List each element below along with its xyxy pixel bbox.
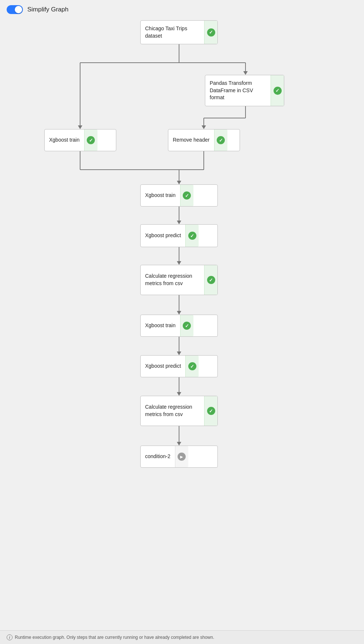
check-cr2: ✓ — [207, 407, 215, 415]
svg-marker-29 — [177, 181, 181, 184]
svg-marker-31 — [177, 221, 181, 224]
node-condition-2-abs[interactable]: condition-2 ▶ — [140, 446, 218, 468]
node-chicago-abs-label: Chicago Taxi Trips dataset — [141, 21, 204, 44]
node-xgb-train-2-abs-status: ✓ — [180, 185, 193, 206]
check-xgb-t2: ✓ — [183, 191, 191, 200]
node-remove-header-abs[interactable]: Remove header ✓ — [168, 129, 240, 151]
node-xgb-train-2-abs-label: Xgboost train — [141, 185, 180, 206]
svg-marker-16 — [78, 125, 82, 129]
node-calc-reg-2-abs-status: ✓ — [204, 396, 217, 426]
check-chicago: ✓ — [207, 28, 215, 37]
svg-marker-37 — [177, 352, 181, 355]
node-xgb-train-3-abs[interactable]: Xgboost train ✓ — [140, 315, 218, 337]
node-calc-reg-2-abs[interactable]: Calculate regression metrics from csv ✓ — [140, 396, 218, 426]
check-xgb-p2: ✓ — [188, 362, 196, 370]
check-xgb-t3: ✓ — [183, 322, 191, 330]
node-xgb-train-2-abs[interactable]: Xgboost train ✓ — [140, 184, 218, 207]
simplify-graph-toggle[interactable] — [7, 5, 23, 14]
footer-info-icon: i — [7, 634, 13, 640]
node-xgb-train-3-abs-status: ✓ — [180, 315, 193, 336]
node-calc-reg-1-abs-label: Calculate regression metrics from csv — [141, 265, 204, 295]
header: Simplify Graph — [0, 0, 364, 19]
node-condition-2-abs-status: ▶ — [175, 446, 188, 467]
node-xgb-pred-2-abs[interactable]: Xgboost predict ✓ — [140, 355, 218, 377]
svg-marker-23 — [202, 125, 206, 129]
header-label: Simplify Graph — [27, 6, 68, 13]
node-calc-reg-1-abs-status: ✓ — [204, 265, 217, 295]
node-xgb-train-1-abs-status: ✓ — [84, 129, 97, 151]
node-remove-header-abs-label: Remove header — [168, 129, 214, 151]
node-pandas-abs-label: Pandas Transform DataFrame in CSV format — [205, 75, 271, 106]
node-xgb-pred-2-abs-label: Xgboost predict — [141, 356, 185, 377]
node-pandas-abs-status: ✓ — [271, 75, 284, 106]
check-pandas: ✓ — [274, 87, 282, 95]
node-pandas-abs[interactable]: Pandas Transform DataFrame in CSV format… — [205, 75, 284, 106]
node-calc-reg-1-abs[interactable]: Calculate regression metrics from csv ✓ — [140, 265, 218, 295]
node-calc-reg-2-abs-label: Calculate regression metrics from csv — [141, 396, 204, 426]
node-xgb-pred-1-abs[interactable]: Xgboost predict ✓ — [140, 224, 218, 247]
svg-marker-33 — [177, 261, 181, 265]
check-xgb-p1: ✓ — [188, 232, 196, 240]
node-chicago-abs[interactable]: Chicago Taxi Trips dataset ✓ — [140, 20, 218, 44]
svg-marker-41 — [177, 442, 181, 446]
node-remove-header-abs-status: ✓ — [214, 129, 227, 151]
footer-text-abs: Runtime execution graph. Only steps that… — [15, 635, 214, 640]
node-xgb-train-1-abs[interactable]: Xgboost train ✓ — [44, 129, 116, 151]
svg-marker-35 — [177, 311, 181, 315]
node-condition-2-abs-label: condition-2 — [141, 446, 175, 467]
check-xgb-t1: ✓ — [87, 136, 95, 144]
node-xgb-train-3-abs-label: Xgboost train — [141, 315, 180, 336]
footer-bar: i Runtime execution graph. Only steps th… — [0, 630, 364, 644]
play-condition: ▶ — [178, 453, 186, 461]
check-rh: ✓ — [217, 136, 225, 144]
check-cr1: ✓ — [207, 276, 215, 284]
node-xgb-pred-2-abs-status: ✓ — [185, 356, 199, 377]
node-xgb-train-1-abs-label: Xgboost train — [45, 129, 84, 151]
node-xgb-pred-1-abs-status: ✓ — [185, 225, 199, 247]
svg-marker-19 — [243, 71, 248, 75]
node-xgb-pred-1-abs-label: Xgboost predict — [141, 225, 185, 247]
node-chicago-abs-status: ✓ — [204, 21, 217, 44]
svg-marker-39 — [177, 392, 181, 396]
